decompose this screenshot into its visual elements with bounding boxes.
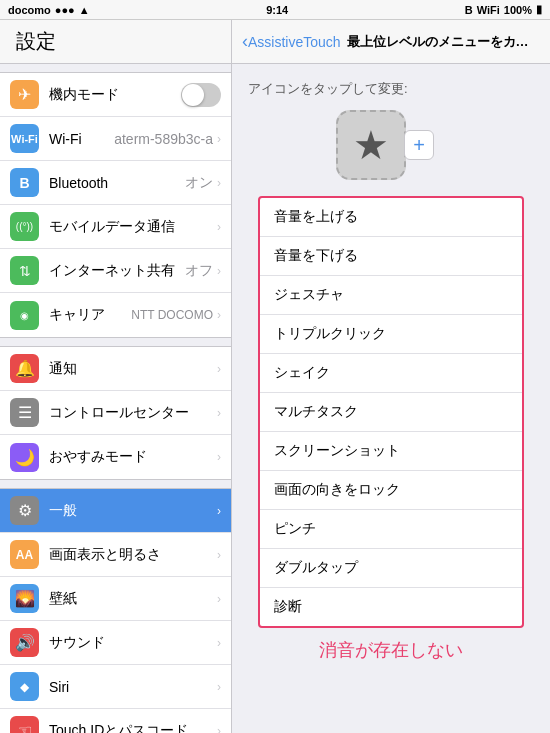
sidebar-item-touchid[interactable]: ☜ Touch IDとパスコード › — [0, 709, 231, 733]
general-icon: ⚙ — [10, 496, 39, 525]
menu-item-pinch[interactable]: ピンチ — [260, 510, 522, 549]
cellular-label: モバイルデータ通信 — [49, 218, 217, 236]
sidebar: 設定 ✈ 機内モード Wi-Fi Wi-Fi aterm-589b3c-a › — [0, 20, 232, 733]
notification-chevron: › — [217, 362, 221, 376]
menu-item-gesture[interactable]: ジェスチャ — [260, 276, 522, 315]
hotspot-label: インターネット共有 — [49, 262, 185, 280]
carrier-chevron: › — [217, 308, 221, 322]
menu-item-shake[interactable]: シェイク — [260, 354, 522, 393]
sidebar-list: ✈ 機内モード Wi-Fi Wi-Fi aterm-589b3c-a › B B… — [0, 64, 231, 733]
menu-item-triple-click[interactable]: トリプルクリック — [260, 315, 522, 354]
plus-button[interactable]: + — [404, 130, 434, 160]
right-header: ‹ AssistiveTouch 最上位レベルのメニューをカ… — [232, 20, 550, 64]
menu-item-volume-down[interactable]: 音量を下げる — [260, 237, 522, 276]
hotspot-chevron: › — [217, 264, 221, 278]
hotspot-icon: ⇅ — [10, 256, 39, 285]
touchid-icon: ☜ — [10, 716, 39, 733]
wallpaper-icon: 🌄 — [10, 584, 39, 613]
sidebar-item-hotspot[interactable]: ⇅ インターネット共有 オフ › — [0, 249, 231, 293]
hotspot-value: オフ — [185, 262, 213, 280]
carrier-label: docomo — [8, 4, 51, 16]
sidebar-item-control[interactable]: ☰ コントロールセンター › — [0, 391, 231, 435]
sound-label: サウンド — [49, 634, 217, 652]
menu-item-volume-up[interactable]: 音量を上げる — [260, 198, 522, 237]
status-left: docomo ●●● ▲ — [8, 4, 90, 16]
main-layout: 設定 ✈ 機内モード Wi-Fi Wi-Fi aterm-589b3c-a › — [0, 20, 550, 733]
notification-label: 通知 — [49, 360, 217, 378]
sidebar-item-wallpaper[interactable]: 🌄 壁紙 › — [0, 577, 231, 621]
sidebar-item-wifi[interactable]: Wi-Fi Wi-Fi aterm-589b3c-a › — [0, 117, 231, 161]
menu-item-double-tap[interactable]: ダブルタップ — [260, 549, 522, 588]
siri-chevron: › — [217, 680, 221, 694]
bluetooth-value: オン — [185, 174, 213, 192]
touchid-chevron: › — [217, 724, 221, 734]
carrier-icon: ◉ — [10, 301, 39, 330]
sidebar-title: 設定 — [0, 20, 231, 64]
airplane-icon: ✈ — [10, 80, 39, 109]
menu-item-rotate-lock[interactable]: 画面の向きをロック — [260, 471, 522, 510]
back-label: AssistiveTouch — [248, 34, 341, 50]
donotdisturb-chevron: › — [217, 450, 221, 464]
sidebar-item-carrier[interactable]: ◉ キャリア NTT DOCOMO › — [0, 293, 231, 337]
sidebar-item-donotdisturb[interactable]: 🌙 おやすみモード › — [0, 435, 231, 479]
menu-item-diagnostic[interactable]: 診断 — [260, 588, 522, 626]
right-panel-title: 最上位レベルのメニューをカ… — [347, 33, 529, 51]
sidebar-item-sound[interactable]: 🔊 サウンド › — [0, 621, 231, 665]
sidebar-item-display[interactable]: AA 画面表示と明るさ › — [0, 533, 231, 577]
sound-icon: 🔊 — [10, 628, 39, 657]
signal-icon: ●●● — [55, 4, 75, 16]
wifi-icon: ▲ — [79, 4, 90, 16]
display-chevron: › — [217, 548, 221, 562]
status-right: B WiFi 100% ▮ — [465, 3, 542, 16]
instruction-text: アイコンをタップして変更: — [248, 80, 534, 98]
sound-chevron: › — [217, 636, 221, 650]
notification-icon: 🔔 — [10, 354, 39, 383]
donotdisturb-icon: 🌙 — [10, 443, 39, 472]
sidebar-item-siri[interactable]: ◆ Siri › — [0, 665, 231, 709]
star-area: ★ + — [248, 110, 534, 180]
dropdown-menu: 音量を上げる 音量を下げる ジェスチャ トリプルクリック シェイク マルチタスク… — [258, 196, 524, 628]
wallpaper-label: 壁紙 — [49, 590, 217, 608]
control-icon: ☰ — [10, 398, 39, 427]
sidebar-section-connectivity: ✈ 機内モード Wi-Fi Wi-Fi aterm-589b3c-a › B B… — [0, 72, 231, 338]
wifi-icon: Wi-Fi — [10, 124, 39, 153]
sidebar-item-bluetooth[interactable]: B Bluetooth オン › — [0, 161, 231, 205]
cellular-chevron: › — [217, 220, 221, 234]
sidebar-item-general[interactable]: ⚙ 一般 › — [0, 489, 231, 533]
touchid-label: Touch IDとパスコード — [49, 722, 217, 734]
bluetooth-label: Bluetooth — [49, 175, 185, 191]
siri-label: Siri — [49, 679, 217, 695]
bluetooth-icon: B — [10, 168, 39, 197]
control-chevron: › — [217, 406, 221, 420]
right-content: アイコンをタップして変更: ★ + 音量を上げる 音量を下げる ジェスチャ トリ… — [232, 64, 550, 733]
sidebar-section-system: 🔔 通知 › ☰ コントロールセンター › 🌙 おやすみモード › — [0, 346, 231, 480]
wifi-label: Wi-Fi — [49, 131, 114, 147]
warning-text: 消音が存在しない — [248, 638, 534, 662]
back-button[interactable]: ‹ AssistiveTouch — [242, 31, 341, 52]
display-label: 画面表示と明るさ — [49, 546, 217, 564]
star-box[interactable]: ★ — [336, 110, 406, 180]
cellular-icon: ((°)) — [10, 212, 39, 241]
donotdisturb-label: おやすみモード — [49, 448, 217, 466]
wallpaper-chevron: › — [217, 592, 221, 606]
sidebar-section-preferences: ⚙ 一般 › AA 画面表示と明るさ › 🌄 壁紙 › 🔊 サウンド — [0, 488, 231, 733]
airplane-toggle[interactable] — [181, 83, 221, 107]
sidebar-item-airplane[interactable]: ✈ 機内モード — [0, 73, 231, 117]
carrier-label: キャリア — [49, 306, 131, 324]
status-bar: docomo ●●● ▲ 9:14 B WiFi 100% ▮ — [0, 0, 550, 20]
menu-item-screenshot[interactable]: スクリーンショット — [260, 432, 522, 471]
battery-icon: ▮ — [536, 3, 542, 16]
wifi-status: WiFi — [477, 4, 500, 16]
general-label: 一般 — [49, 502, 217, 520]
star-icon: ★ — [353, 122, 389, 168]
time-label: 9:14 — [266, 4, 288, 16]
siri-icon: ◆ — [10, 672, 39, 701]
bluetooth-status: B — [465, 4, 473, 16]
menu-item-multitask[interactable]: マルチタスク — [260, 393, 522, 432]
airplane-label: 機内モード — [49, 86, 181, 104]
bluetooth-chevron: › — [217, 176, 221, 190]
battery-percent: 100% — [504, 4, 532, 16]
general-chevron: › — [217, 504, 221, 518]
sidebar-item-notification[interactable]: 🔔 通知 › — [0, 347, 231, 391]
sidebar-item-cellular[interactable]: ((°)) モバイルデータ通信 › — [0, 205, 231, 249]
